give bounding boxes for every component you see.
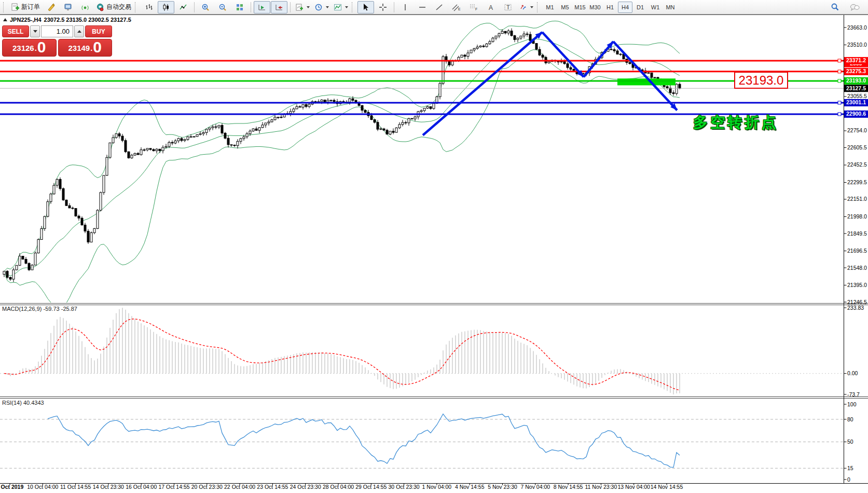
crosshair-button[interactable]: [375, 1, 391, 13]
pivot-annotation-text[interactable]: 多空转折点: [693, 113, 779, 132]
toolbar-grip[interactable]: [352, 2, 355, 12]
svg-text:23275.3: 23275.3: [846, 68, 866, 74]
zoom-out-button[interactable]: [214, 1, 231, 13]
svg-text:15: 15: [847, 465, 853, 471]
timeframe-button-m30[interactable]: M30: [588, 2, 602, 13]
triangle-up-icon: [77, 30, 81, 33]
svg-text:17 Oct 14:55: 17 Oct 14:55: [158, 484, 189, 490]
zoom-in-button[interactable]: [197, 1, 214, 13]
line-handle[interactable]: [838, 113, 841, 116]
new-chart-button[interactable]: [293, 1, 312, 13]
chat-icon: [850, 3, 860, 11]
timeframe-button-mn[interactable]: MN: [663, 2, 678, 13]
svg-text:5 Nov 23:30: 5 Nov 23:30: [488, 484, 517, 490]
svg-text:22 Oct 04:00: 22 Oct 04:00: [224, 484, 255, 490]
buy-price-int: 23149: [68, 42, 90, 55]
vertical-line-icon: [401, 3, 409, 11]
fibonacci-icon: F: [469, 3, 478, 11]
volume-input[interactable]: [41, 25, 73, 37]
sell-price-panel[interactable]: 23126.0: [2, 39, 57, 57]
timeframe-button-m5[interactable]: M5: [558, 2, 572, 13]
bar-chart-button[interactable]: [141, 1, 157, 13]
signal-button[interactable]: [77, 1, 93, 13]
line-handle[interactable]: [838, 70, 841, 73]
fibonacci-button[interactable]: F: [465, 1, 482, 13]
trade-panel-prices: 23126.0 23149.0: [2, 39, 112, 57]
timeframe-button-m15[interactable]: M15: [573, 2, 587, 13]
buy-price-sep: .: [90, 42, 92, 55]
signal-icon: [81, 3, 89, 11]
crayon-icon: [47, 3, 55, 11]
timeframe-button-m1[interactable]: M1: [543, 2, 557, 13]
candlestick-chart-button[interactable]: [158, 1, 174, 13]
chevron-down-icon: [530, 6, 533, 8]
tile-windows-button[interactable]: [231, 1, 248, 13]
svg-text:50: 50: [847, 439, 853, 445]
crayon-button[interactable]: [43, 1, 59, 13]
equidistant-channel-icon: E: [452, 3, 461, 11]
line-chart-button[interactable]: [175, 1, 191, 13]
trend-line-button[interactable]: [431, 1, 448, 13]
symbol-ohlc: 23072.5 23135.0 23002.5 23127.5: [44, 17, 131, 23]
svg-text:23055.5: 23055.5: [847, 93, 867, 99]
line-handle[interactable]: [838, 59, 841, 62]
svg-text:21849.5: 21849.5: [847, 230, 867, 237]
buy-price-panel[interactable]: 23149.0: [58, 39, 113, 57]
horizontal-line-button[interactable]: [414, 1, 431, 13]
highlight-zone-rect[interactable]: [617, 78, 676, 85]
line-handle[interactable]: [838, 79, 841, 83]
price-annotation-box[interactable]: 23193.0: [734, 72, 788, 89]
chat-button[interactable]: [846, 1, 863, 13]
new-order-button[interactable]: 新订单: [9, 1, 42, 13]
equidistant-channel-button[interactable]: E: [448, 1, 465, 13]
vertical-line-button[interactable]: [397, 1, 414, 13]
volume-decrease-button[interactable]: [30, 25, 40, 37]
toolbar-separator: [251, 2, 251, 12]
toolbar-grip[interactable]: [537, 2, 541, 12]
toolbar-separator: [394, 2, 394, 12]
toolbar: 新订单 自动交易: [0, 0, 868, 15]
price-badge-23193.0: 23193.0: [844, 77, 868, 85]
timeframe-button-d1[interactable]: D1: [633, 2, 647, 13]
search-button[interactable]: [826, 1, 843, 13]
timeframe-button-w1[interactable]: W1: [648, 2, 663, 13]
svg-text:14 Oct 23:30: 14 Oct 23:30: [93, 484, 124, 490]
svg-text:13 Nov 04:00: 13 Nov 04:00: [617, 484, 650, 490]
volume-increase-button[interactable]: [74, 25, 84, 37]
price-badge-23127.5: 23127.5: [844, 85, 868, 92]
sell-price-dec: 0: [37, 39, 46, 55]
svg-text:7 Nov 04:00: 7 Nov 04:00: [520, 484, 550, 490]
timeframe-button-h1[interactable]: H1: [603, 2, 617, 13]
timeframe-button-h4[interactable]: H4: [618, 2, 632, 13]
collapse-icon[interactable]: [3, 18, 7, 21]
auto-trading-icon: [96, 3, 104, 11]
macd-label: MACD(12,26,9) -59.73 -25.87: [2, 306, 77, 312]
svg-text:E: E: [458, 7, 461, 11]
svg-text:22299.5: 22299.5: [847, 179, 867, 185]
arrows-button[interactable]: [517, 1, 535, 13]
svg-text:8 Oct 2019: 8 Oct 2019: [0, 484, 23, 490]
svg-text:-73.7: -73.7: [847, 391, 860, 398]
text-button[interactable]: A: [483, 1, 499, 13]
toolbar-right-group: [826, 1, 866, 13]
svg-text:14 Nov 14:55: 14 Nov 14:55: [651, 484, 683, 490]
toolbar-grip[interactable]: [135, 2, 139, 12]
chevron-down-icon: [307, 6, 310, 8]
tile-windows-icon: [236, 3, 244, 11]
period-clock-button[interactable]: [312, 1, 331, 13]
market-depth-button[interactable]: [60, 1, 76, 13]
line-handle[interactable]: [838, 101, 841, 104]
cursor-button[interactable]: [357, 1, 374, 13]
svg-text:23 Oct 14:55: 23 Oct 14:55: [257, 484, 288, 490]
auto-trading-button[interactable]: 自动交易: [94, 1, 133, 13]
buy-button[interactable]: BUY: [85, 25, 112, 37]
chart-shift-button[interactable]: [271, 1, 287, 13]
text-label-button[interactable]: T: [500, 1, 516, 13]
toolbar-grip[interactable]: [3, 2, 7, 12]
svg-text:T: T: [506, 4, 510, 10]
sell-button[interactable]: SELL: [2, 25, 29, 37]
bar-chart-icon: [145, 3, 153, 11]
svg-text:28 Oct 04:00: 28 Oct 04:00: [323, 484, 354, 490]
auto-scroll-button[interactable]: [254, 1, 270, 13]
indicators-button[interactable]: [332, 1, 350, 13]
